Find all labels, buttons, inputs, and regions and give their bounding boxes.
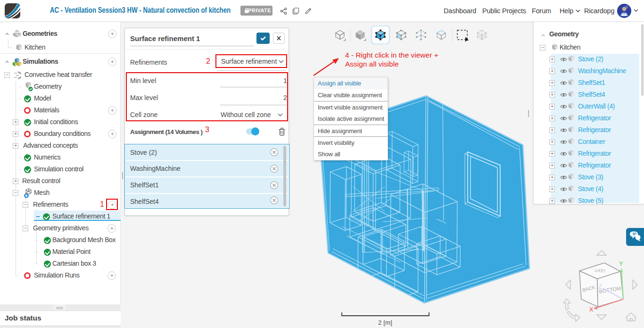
svg-text:2 [m]: 2 [m] bbox=[378, 319, 392, 326]
svg-text:X: X bbox=[589, 306, 594, 313]
svg-text:Z: Z bbox=[598, 284, 602, 290]
svg-text:Y: Y bbox=[619, 260, 623, 267]
